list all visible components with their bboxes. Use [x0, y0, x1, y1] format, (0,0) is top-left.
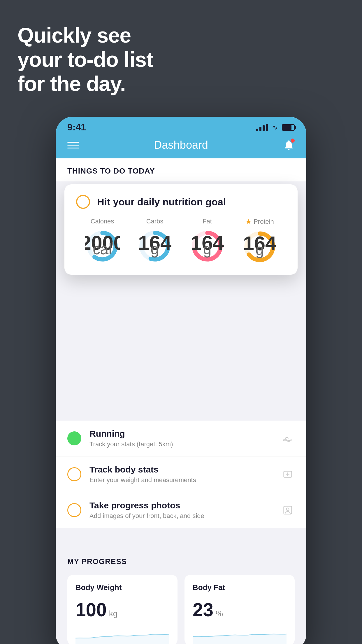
notification-dot — [291, 139, 295, 143]
body-weight-value: 100 kg — [75, 599, 169, 621]
progress-title: MY PROGRESS — [67, 557, 295, 566]
nutrition-calories: Calories 2000 cal — [85, 218, 120, 264]
body-fat-num: 23 — [193, 599, 213, 621]
photos-title: Take progress photos — [89, 501, 273, 510]
body-weight-card: Body Weight 100 kg — [67, 575, 178, 644]
list-item-body-stats[interactable]: Track body stats Enter your weight and m… — [56, 456, 306, 492]
card-header: Hit your daily nutrition goal — [76, 195, 286, 209]
app-content: THINGS TO DO TODAY Hit your daily nutrit… — [56, 158, 306, 644]
nutrition-protein: ★ Protein 164 g — [242, 218, 277, 264]
nav-title: Dashboard — [154, 139, 208, 151]
calories-label: Calories — [91, 218, 114, 225]
shoe-icon — [281, 431, 295, 445]
status-time: 9:41 — [67, 122, 86, 133]
body-fat-chart — [193, 626, 287, 644]
list-item-running[interactable]: Running Track your stats (target: 5km) — [56, 421, 306, 456]
card-title: Hit your daily nutrition goal — [97, 196, 226, 208]
photos-text: Take progress photos Add images of your … — [89, 501, 273, 520]
body-stats-checkbox[interactable] — [67, 467, 81, 481]
status-bar: 9:41 ∿ — [56, 117, 306, 136]
fat-label: Fat — [203, 218, 212, 225]
body-stats-text: Track body stats Enter your weight and m… — [89, 465, 273, 484]
svg-rect-19 — [284, 506, 292, 514]
running-checkbox[interactable] — [67, 431, 81, 445]
svg-text:cal: cal — [93, 241, 112, 258]
svg-text:g: g — [203, 241, 212, 258]
running-subtitle: Track your stats (target: 5km) — [89, 440, 273, 448]
body-fat-unit: % — [216, 609, 223, 618]
things-title: THINGS TO DO TODAY — [67, 167, 295, 176]
things-header: THINGS TO DO TODAY — [56, 158, 306, 181]
body-stats-subtitle: Enter your weight and measurements — [89, 476, 273, 484]
body-weight-num: 100 — [75, 599, 107, 621]
photos-checkbox[interactable] — [67, 503, 81, 517]
star-icon: ★ — [245, 218, 252, 226]
body-weight-card-title: Body Weight — [75, 583, 169, 592]
nav-bar: Dashboard — [56, 136, 306, 158]
scale-icon — [281, 467, 295, 481]
body-fat-card-title: Body Fat — [193, 583, 287, 592]
progress-cards: Body Weight 100 kg Body Fat 23 % — [67, 575, 295, 644]
svg-text:g: g — [151, 241, 159, 258]
body-fat-value: 23 % — [193, 599, 287, 621]
running-title: Running — [89, 429, 273, 439]
fat-donut: 164 g — [190, 229, 225, 264]
svg-text:g: g — [256, 241, 264, 258]
bell-icon[interactable] — [283, 139, 295, 151]
protein-donut: 164 g — [242, 229, 277, 264]
calories-donut: 2000 cal — [85, 229, 120, 264]
hero-text: Quickly see your to-do list for the day. — [17, 23, 153, 96]
todo-radio-nutrition[interactable] — [76, 195, 90, 209]
nutrition-fat: Fat 164 g — [190, 218, 225, 264]
carbs-donut: 164 g — [137, 229, 172, 264]
nutrition-card: Hit your daily nutrition goal Calories 2… — [64, 184, 298, 275]
body-weight-unit: kg — [109, 609, 118, 618]
nutrition-carbs: Carbs 164 g — [137, 218, 172, 264]
status-icons: ∿ — [256, 123, 295, 132]
running-text: Running Track your stats (target: 5km) — [89, 429, 273, 448]
body-fat-card: Body Fat 23 % — [184, 575, 295, 644]
phone-mockup: 9:41 ∿ Dashboard — [56, 117, 306, 644]
todo-list: Running Track your stats (target: 5km) T… — [56, 421, 306, 528]
carbs-label: Carbs — [146, 218, 164, 225]
body-stats-title: Track body stats — [89, 465, 273, 475]
progress-section: MY PROGRESS Body Weight 100 kg B — [56, 545, 306, 644]
nutrition-row: Calories 2000 cal Carbs — [76, 218, 286, 264]
battery-icon — [282, 124, 295, 131]
protein-label: ★ Protein — [245, 218, 274, 226]
body-weight-chart — [75, 626, 169, 644]
signal-icon — [256, 124, 268, 131]
svg-point-20 — [287, 508, 289, 511]
photos-subtitle: Add images of your front, back, and side — [89, 512, 273, 520]
hamburger-menu[interactable] — [67, 142, 79, 148]
portrait-icon — [281, 503, 295, 517]
list-item-photos[interactable]: Take progress photos Add images of your … — [56, 492, 306, 528]
wifi-icon: ∿ — [272, 123, 278, 132]
